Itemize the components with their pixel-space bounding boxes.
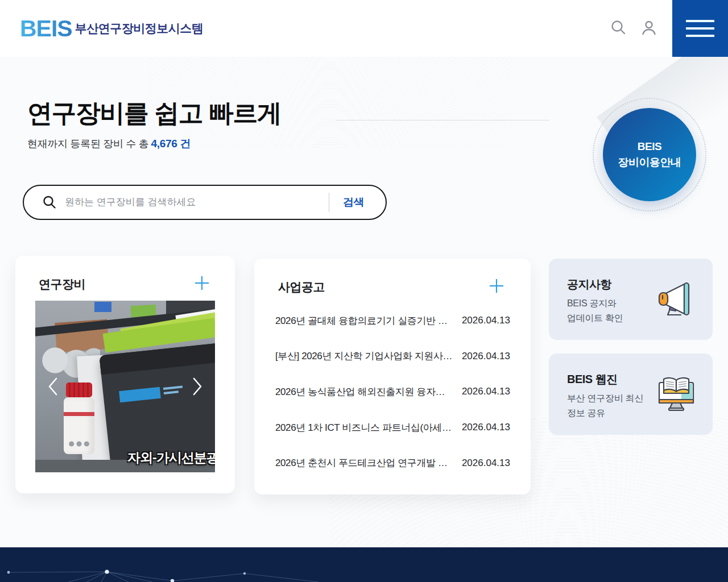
searchbar-magnifier-icon bbox=[42, 195, 57, 210]
badge-line1: BEIS bbox=[638, 139, 661, 155]
usage-guide-badge-ring: BEIS 장비이용안내 bbox=[593, 98, 706, 211]
webzine-monitor-book-icon bbox=[656, 374, 697, 415]
equipment-photo-caption: 자외-가시선분광광도계 bbox=[127, 449, 215, 467]
webzine-card[interactable]: BEIS 웹진 부산 연구장비 최신 정보 공유 bbox=[549, 354, 713, 435]
photo-reagent-bottle bbox=[64, 397, 94, 454]
notice-board-desc: BEIS 공지와 업데이트 확인 bbox=[567, 296, 623, 326]
equipment-more-button[interactable] bbox=[193, 274, 211, 294]
notice-title: 2026년 춘천시 푸드테크산업 연구개발 지원 … bbox=[275, 456, 453, 469]
plus-icon bbox=[489, 278, 504, 296]
chevron-right-icon bbox=[192, 377, 203, 398]
hamburger-icon bbox=[686, 20, 714, 37]
equipment-count-value: 4,676 건 bbox=[151, 138, 191, 149]
menu-button[interactable] bbox=[672, 0, 728, 57]
plus-icon bbox=[194, 275, 210, 293]
notice-more-button[interactable] bbox=[487, 277, 506, 297]
photo-spectrophotometer bbox=[99, 342, 215, 467]
webzine-desc-line2: 정보 공유 bbox=[567, 406, 643, 421]
equipment-photo-slide[interactable]: 자외-가시선분광광도계 bbox=[35, 301, 215, 472]
equipment-card-title: 연구장비 bbox=[39, 276, 85, 292]
notice-title: 2026년 1차 ICT 비즈니스 파트너십(아세안) … bbox=[275, 421, 453, 434]
badge-line2: 장비이용안내 bbox=[618, 155, 681, 171]
notice-card-header: 사업공고 bbox=[254, 259, 531, 297]
header-search-button[interactable] bbox=[603, 13, 634, 44]
webzine-desc-line1: 부산 연구장비 최신 bbox=[567, 391, 643, 406]
site-logo[interactable]: BEIS 부산연구장비정보시스템 bbox=[20, 0, 203, 57]
carousel-prev-button[interactable] bbox=[43, 376, 63, 398]
notice-date: 2026.04.13 bbox=[462, 458, 510, 469]
notice-title: [부산] 2026년 지산학 기업사업화 지원사업 … bbox=[275, 350, 453, 363]
notice-board-desc-line2: 업데이트 확인 bbox=[567, 311, 623, 326]
photo-instrument-label bbox=[119, 387, 161, 402]
search-submit-button[interactable]: 검색 bbox=[329, 189, 371, 215]
page-title: 연구장비를 쉽고 빠르게 bbox=[27, 97, 281, 130]
user-icon bbox=[640, 19, 658, 39]
side-cards-column: 공지사항 BEIS 공지와 업데이트 확인 bbox=[549, 259, 713, 435]
notice-row[interactable]: 2026년 농식품산업 해외진출지원 융자사업 … 2026.04.13 bbox=[275, 374, 510, 410]
notice-row[interactable]: [부산] 2026년 지산학 기업사업화 지원사업 … 2026.04.13 bbox=[275, 339, 510, 375]
notice-list: 2026년 골대체 융합의료기기 실증기반 구축… 2026.04.13 [부산… bbox=[275, 303, 510, 481]
business-notice-card: 사업공고 2026년 골대체 융합의료기기 실증기반 구축… 2026.04.1… bbox=[254, 259, 531, 494]
notice-board-desc-line1: BEIS 공지와 bbox=[567, 296, 623, 311]
notice-board-title: 공지사항 bbox=[567, 277, 611, 292]
notice-title: 2026년 농식품산업 해외진출지원 융자사업 … bbox=[275, 385, 453, 398]
notice-title: 2026년 골대체 융합의료기기 실증기반 구축… bbox=[275, 314, 453, 327]
carousel-next-button[interactable] bbox=[188, 376, 207, 398]
notice-date: 2026.04.13 bbox=[462, 386, 510, 397]
equipment-card: 연구장비 bbox=[15, 256, 235, 493]
footer bbox=[0, 547, 728, 582]
webzine-title: BEIS 웹진 bbox=[567, 372, 618, 387]
usage-guide-badge[interactable]: BEIS 장비이용안내 bbox=[603, 108, 696, 201]
search-icon bbox=[609, 19, 627, 39]
notice-date: 2026.04.13 bbox=[462, 422, 510, 433]
megaphone-icon bbox=[656, 279, 697, 320]
notice-row[interactable]: 2026년 춘천시 푸드테크산업 연구개발 지원 … 2026.04.13 bbox=[275, 445, 510, 481]
webzine-desc: 부산 연구장비 최신 정보 공유 bbox=[567, 391, 643, 421]
notice-date: 2026.04.13 bbox=[462, 315, 510, 326]
equipment-count-label: 현재까지 등록된 장비 수 총 bbox=[27, 138, 149, 149]
page-root: BEIS 부산연구장비정보시스템 bbox=[0, 0, 728, 582]
notice-row[interactable]: 2026년 골대체 융합의료기기 실증기반 구축… 2026.04.13 bbox=[275, 303, 510, 339]
notice-row[interactable]: 2026년 1차 ICT 비즈니스 파트너십(아세안) … 2026.04.13 bbox=[275, 410, 510, 446]
equipment-count-text: 현재까지 등록된 장비 수 총4,676 건 bbox=[27, 136, 191, 151]
header-user-button[interactable] bbox=[634, 13, 664, 44]
title-divider bbox=[336, 120, 549, 120]
notice-card-title: 사업공고 bbox=[278, 279, 325, 295]
chevron-left-icon bbox=[47, 377, 59, 398]
logo-text: BEIS bbox=[20, 15, 72, 42]
equipment-card-header: 연구장비 bbox=[15, 256, 235, 294]
header-actions bbox=[603, 0, 728, 57]
search-input[interactable] bbox=[65, 197, 324, 208]
hero-section: 연구장비를 쉽고 빠르게 현재까지 등록된 장비 수 총4,676 건 BEIS… bbox=[0, 57, 728, 547]
logo-subtitle: 부산연구장비정보시스템 bbox=[75, 20, 204, 36]
photo-blue-box bbox=[94, 302, 111, 312]
equipment-search-bar: 검색 bbox=[23, 185, 387, 220]
notice-date: 2026.04.13 bbox=[462, 351, 510, 362]
notice-board-card[interactable]: 공지사항 BEIS 공지와 업데이트 확인 bbox=[549, 259, 713, 340]
header: BEIS 부산연구장비정보시스템 bbox=[0, 0, 728, 57]
